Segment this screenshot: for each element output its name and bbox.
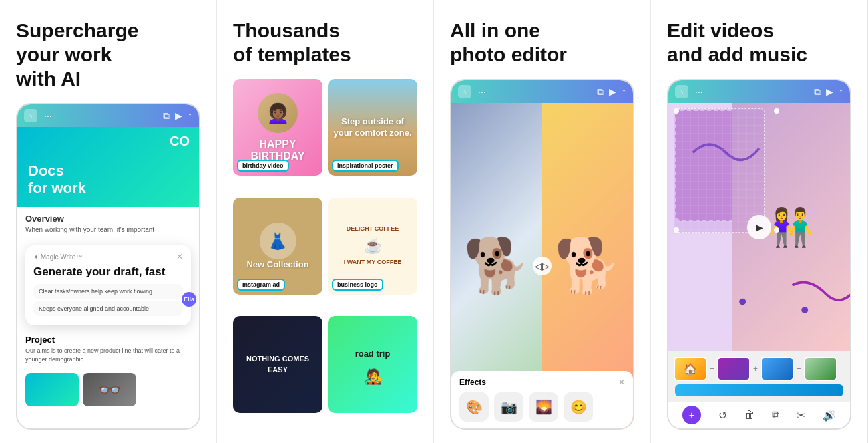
template-inspirational[interactable]: Step outside of your comfort zone. inspi… (328, 79, 417, 176)
audio-icon[interactable]: 🔊 (823, 409, 836, 422)
project-section: Project Our aims is to create a new prod… (17, 329, 199, 369)
effects-header: Effects ✕ (459, 378, 625, 387)
share-icon[interactable]: ↑ (188, 110, 192, 121)
copy-icon[interactable]: ⧉ (163, 110, 170, 122)
template-nothing[interactable]: NOTHING COMES EASY (233, 316, 322, 413)
panel2-title: Thousands of templates (233, 19, 417, 67)
effect-color-btn[interactable]: 🎨 (459, 392, 489, 422)
home-icon-3[interactable]: ⌂ (458, 85, 471, 98)
toolbar-right-3: ⧉ ▶ ↑ (597, 86, 626, 98)
phone-mockup-4: ⌂ ··· ⧉ ▶ ↑ 👫 (667, 79, 851, 430)
panel4-title: Edit videos and add music (667, 19, 851, 67)
magic-write-close-icon[interactable]: ✕ (176, 252, 183, 261)
template-business[interactable]: DELIGHT COFFEE ☕ I WANT MY COFFEE busine… (328, 198, 417, 295)
plus-icon-1: + (710, 364, 714, 374)
toolbar-right-4: ⧉ ▶ ↑ (814, 86, 843, 98)
panel4-title-line1: Edit videos (667, 19, 774, 41)
overview-text: When working with your team, it's import… (25, 225, 191, 235)
video-controls: + ↺ 🗑 ⧉ ✂ 🔊 (668, 402, 850, 428)
rotate-icon[interactable]: ↺ (718, 409, 727, 422)
svg-rect-2 (674, 109, 764, 232)
effects-title: Effects (459, 378, 486, 387)
birthday-label: birthday video (237, 160, 289, 172)
video-timeline: 🏠 + + + (668, 351, 850, 402)
template-roadtrip[interactable]: road trip 🧑‍🎤 (328, 316, 417, 413)
project-title: Project (25, 335, 191, 345)
clip-4[interactable] (804, 357, 837, 381)
phone-mockup-1: ⌂ ··· ⧉ ▶ ↑ CO Docsfor work Overview Whe… (16, 103, 200, 430)
photo-split: 🐕 🐕 ◁▷ Effects ✕ 🎨 📷 🌄 😊 (451, 103, 633, 428)
templates-grid: 👩🏾‍🦱 HAPPYBIRTHDAY birthday video Step o… (233, 79, 417, 430)
panel3-title-line1: All in one (450, 19, 540, 41)
delete-icon[interactable]: 🗑 (744, 409, 755, 421)
nothing-text: NOTHING COMES EASY (233, 349, 322, 380)
suggestion-1: Clear tasks/owners help keep work flowin… (33, 284, 183, 299)
plus-icon-3: + (797, 364, 801, 374)
video-play-button[interactable]: ▶ (747, 215, 771, 239)
duplicate-icon[interactable]: ⧉ (772, 409, 779, 421)
play-icon[interactable]: ▶ (175, 110, 182, 121)
panel1-title: Supercharge your work with AI (16, 19, 200, 91)
title-line3: with AI (16, 67, 81, 90)
magic-write-label: ✦ Magic Write™ (33, 253, 82, 261)
home-icon[interactable]: ⌂ (24, 109, 37, 122)
phone-hero: CO Docsfor work (17, 127, 199, 207)
collection-text: New Collection (246, 259, 308, 269)
coffee-icon: ☕ (364, 237, 382, 255)
effect-camera-btn[interactable]: 📷 (494, 392, 523, 422)
plus-icon-2: + (753, 364, 758, 374)
overview-title: Overview (25, 214, 191, 224)
inspirational-label: inspirational poster (332, 160, 399, 172)
collection-label: Instagram ad (237, 279, 285, 291)
panel3-title: All in one photo editor (450, 19, 634, 67)
clip-1[interactable]: 🏠 (674, 357, 707, 381)
business-label: business logo (332, 279, 383, 291)
split-handle[interactable]: ◁▷ (533, 257, 552, 275)
project-text: Our aims is to create a new product line… (25, 347, 191, 363)
copy-icon-4[interactable]: ⧉ (814, 86, 821, 98)
panel4-title-line2: and add music (667, 43, 807, 65)
effects-panel: Effects ✕ 🎨 📷 🌄 😊 (451, 371, 633, 428)
title-line1: Supercharge (16, 19, 138, 41)
phone-toolbar-1: ⌂ ··· ⧉ ▶ ↑ (17, 104, 199, 127)
panel3-title-line2: photo editor (450, 43, 567, 65)
toolbar-dots-3: ··· (478, 86, 486, 97)
effect-face-btn[interactable]: 😊 (564, 392, 593, 422)
video-preview: 👫 ▶ (668, 103, 850, 351)
share-icon-4[interactable]: ↑ (839, 86, 843, 97)
panel-templates: Thousands of templates 👩🏾‍🦱 HAPPYBIRTHDA… (217, 0, 434, 443)
template-collection[interactable]: 👗 New Collection Instagram ad (233, 198, 322, 295)
magic-write-header: ✦ Magic Write™ ✕ (33, 252, 183, 261)
add-button[interactable]: + (682, 406, 701, 424)
co-logo: CO (170, 134, 190, 149)
business-name: DELIGHT COFFEE (347, 225, 399, 233)
video-toolbar: ⌂ ··· ⧉ ▶ ↑ (668, 80, 850, 103)
effects-icons: 🎨 📷 🌄 😊 (459, 392, 625, 422)
panel-photo-editor: All in one photo editor ⌂ ··· ⧉ ▶ ↑ 🐕 🐕 … (434, 0, 651, 443)
clip-3[interactable] (761, 357, 794, 381)
toolbar-dots-4: ··· (695, 86, 703, 97)
panel-video-editor: Edit videos and add music ⌂ ··· ⧉ ▶ ↑ 👫 (651, 0, 868, 443)
phone-overview: Overview When working with your team, it… (17, 207, 199, 241)
play-icon-4[interactable]: ▶ (826, 86, 833, 97)
share-icon-3[interactable]: ↑ (622, 86, 626, 97)
cut-icon[interactable]: ✂ (797, 409, 805, 422)
panel2-title-line1: Thousands (233, 19, 340, 41)
title-line2: your work (16, 43, 112, 65)
copy-icon-3[interactable]: ⧉ (597, 86, 604, 98)
photo-editor-toolbar: ⌂ ··· ⧉ ▶ ↑ (451, 80, 633, 103)
magic-write-title: Generate your draft, fast (33, 265, 183, 279)
effect-landscape-btn[interactable]: 🌄 (529, 392, 558, 422)
effects-close-icon[interactable]: ✕ (618, 378, 625, 387)
toolbar-right: ⧉ ▶ ↑ (163, 110, 192, 122)
roadtrip-text: road trip (350, 343, 396, 364)
clip-2[interactable] (717, 357, 750, 381)
template-birthday[interactable]: 👩🏾‍🦱 HAPPYBIRTHDAY birthday video (233, 79, 322, 176)
ella-badge: Ella (182, 292, 196, 307)
home-icon-4[interactable]: ⌂ (675, 85, 688, 98)
hero-text: Docsfor work (28, 162, 86, 196)
audio-track (675, 384, 843, 396)
inspirational-text: Step outside of your comfort zone. (328, 111, 417, 144)
panel2-title-line2: of templates (233, 43, 351, 65)
play-icon-3[interactable]: ▶ (609, 86, 616, 97)
